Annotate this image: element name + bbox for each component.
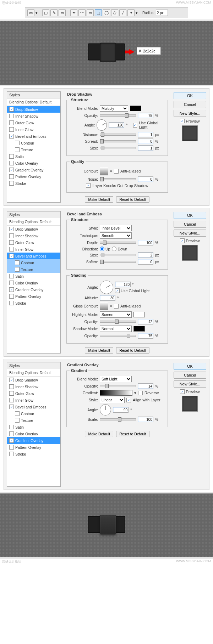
checkbox-icon[interactable]: [9, 301, 14, 305]
checkbox-icon[interactable]: [9, 384, 14, 389]
checkbox-icon[interactable]: [9, 240, 14, 245]
reset-default-button[interactable]: Reset to Default: [116, 347, 149, 354]
new-style-button[interactable]: New Style...: [174, 380, 206, 388]
size-input[interactable]: [138, 252, 153, 258]
ellipse-icon[interactable]: ◯: [103, 9, 110, 16]
ok-button[interactable]: OK: [174, 363, 206, 370]
style-inner-shadow[interactable]: Inner Shadow: [7, 113, 60, 119]
cancel-button[interactable]: Cancel: [174, 101, 206, 108]
knockout-check[interactable]: [86, 183, 91, 188]
new-style-button[interactable]: New Style...: [174, 110, 206, 117]
opacity-slider[interactable]: [100, 385, 136, 387]
use-global-check[interactable]: [133, 123, 137, 128]
checkbox-icon[interactable]: [9, 161, 14, 165]
checkbox-icon[interactable]: [9, 254, 14, 258]
checkbox-icon[interactable]: [15, 141, 20, 145]
make-default-button[interactable]: Make Default: [85, 196, 113, 203]
noise-input[interactable]: [138, 176, 153, 182]
style-color-overlay[interactable]: Color Overlay: [7, 160, 60, 166]
soften-input[interactable]: [138, 259, 153, 265]
style-texture[interactable]: Texture: [7, 146, 60, 153]
angle-input[interactable]: [113, 407, 129, 413]
make-default-button[interactable]: Make Default: [85, 347, 113, 354]
angle-dial[interactable]: [100, 404, 111, 416]
style-gradient-overlay[interactable]: Gradient Overlay: [7, 286, 60, 293]
style-pattern-overlay[interactable]: Pattern Overlay: [7, 173, 60, 180]
style-inner-shadow[interactable]: Inner Shadow: [7, 383, 60, 390]
checkbox-icon[interactable]: [15, 260, 20, 265]
style-pattern-overlay[interactable]: Pattern Overlay: [7, 444, 60, 451]
size-input[interactable]: [138, 145, 153, 151]
checkbox-icon[interactable]: [9, 391, 14, 396]
checkbox-icon[interactable]: [9, 227, 14, 231]
shape-tool-icon[interactable]: ▭: [27, 9, 34, 16]
checkbox-icon[interactable]: [9, 168, 14, 172]
style-satin[interactable]: Satin: [7, 273, 60, 279]
rect-icon[interactable]: ▭: [87, 9, 94, 16]
angle-input[interactable]: [115, 282, 131, 287]
opacity-input[interactable]: [138, 113, 153, 118]
new-style-button[interactable]: New Style...: [174, 230, 206, 237]
checkbox-icon[interactable]: [9, 134, 14, 139]
style-stroke[interactable]: Stroke: [7, 300, 60, 306]
checkbox-icon[interactable]: [9, 233, 14, 238]
spread-input[interactable]: [138, 139, 153, 144]
style-gradient-overlay[interactable]: Gradient Overlay: [7, 166, 60, 173]
style-contour[interactable]: Contour: [7, 259, 60, 266]
sh-opacity-input[interactable]: [138, 333, 153, 339]
opacity-slider[interactable]: [100, 114, 136, 117]
depth-input[interactable]: [138, 240, 153, 245]
distance-input[interactable]: [138, 132, 153, 137]
style-stroke[interactable]: Stroke: [7, 451, 60, 457]
spread-slider[interactable]: [100, 140, 136, 142]
blending-options[interactable]: Blending Options: Default: [7, 369, 60, 377]
style-inner-glow[interactable]: Inner Glow: [7, 397, 60, 403]
scale-slider[interactable]: [100, 418, 136, 420]
direction-up[interactable]: Up: [100, 247, 110, 251]
checkbox-icon[interactable]: [9, 431, 14, 436]
style-contour[interactable]: Contour: [7, 140, 60, 146]
hex-input[interactable]: [142, 49, 159, 53]
checkbox-icon[interactable]: [9, 425, 14, 429]
checkbox-icon[interactable]: [9, 154, 14, 159]
ok-button[interactable]: OK: [174, 212, 206, 219]
use-global-check[interactable]: [115, 288, 120, 293]
checkbox-icon[interactable]: [9, 398, 14, 402]
checkbox-icon[interactable]: [9, 378, 14, 382]
ok-button[interactable]: OK: [174, 92, 206, 99]
style-texture[interactable]: Texture: [7, 417, 60, 424]
checkbox-icon[interactable]: [9, 120, 14, 125]
style-satin[interactable]: Satin: [7, 153, 60, 160]
scale-input[interactable]: [138, 417, 153, 422]
style-stroke[interactable]: Stroke: [7, 180, 60, 187]
style-inner-glow[interactable]: Inner Glow: [7, 246, 60, 253]
size-slider[interactable]: [100, 254, 136, 256]
radius-input[interactable]: [156, 10, 168, 16]
checkbox-icon[interactable]: [9, 127, 14, 132]
style-bevel-emboss[interactable]: Bevel and Emboss: [7, 253, 60, 259]
style-bevel-emboss[interactable]: Bevel and Emboss: [7, 403, 60, 410]
style-pattern-overlay[interactable]: Pattern Overlay: [7, 293, 60, 300]
style-drop-shadow[interactable]: Drop Shadow: [7, 106, 60, 113]
gradient-picker[interactable]: [100, 390, 132, 396]
style-inner-glow[interactable]: Inner Glow: [7, 126, 60, 133]
style-outer-glow[interactable]: Outer Glow: [7, 239, 60, 246]
checkbox-icon[interactable]: [15, 411, 20, 416]
gloss-contour-picker[interactable]: [100, 302, 108, 310]
shadow-color-swatch[interactable]: [130, 106, 141, 111]
path-mode-fill-icon[interactable]: ▭: [59, 9, 66, 16]
noise-slider[interactable]: [100, 178, 136, 180]
anti-aliased-check[interactable]: [114, 304, 119, 309]
path-mode-path-icon[interactable]: ✎: [50, 9, 58, 16]
hl-opacity-slider[interactable]: [100, 321, 136, 323]
style-satin[interactable]: Satin: [7, 424, 60, 430]
contour-picker[interactable]: [100, 167, 108, 175]
checkbox-icon[interactable]: [9, 274, 14, 278]
checkbox-icon[interactable]: [9, 438, 14, 443]
toggle-knob-final[interactable]: [100, 515, 116, 535]
opacity-input[interactable]: [138, 383, 153, 389]
reset-default-button[interactable]: Reset to Default: [116, 196, 149, 203]
highlight-mode-select[interactable]: Screen: [100, 311, 132, 318]
checkbox-icon[interactable]: [9, 174, 14, 179]
pen-icon[interactable]: ✒: [70, 9, 77, 16]
